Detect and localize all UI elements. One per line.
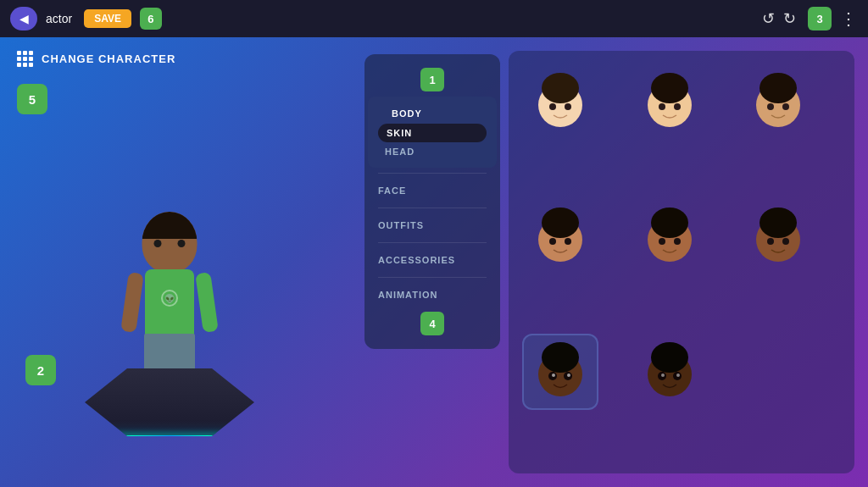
svg-point-34 — [661, 374, 665, 377]
change-character-header: CHANGE CHARACTER — [17, 51, 175, 67]
avatar-item-6[interactable] — [740, 199, 816, 275]
avatar-item-2[interactable] — [632, 64, 708, 141]
svg-point-3 — [565, 103, 571, 110]
avatar-face-6 — [748, 208, 808, 267]
body-menu-item[interactable]: BODY — [378, 103, 487, 124]
topbar-right-controls: ↺ ↻ 3 ⋮ — [762, 7, 858, 30]
svg-point-18 — [659, 238, 665, 245]
save-button[interactable]: SAVE — [84, 9, 131, 28]
avatar-face-1 — [531, 73, 590, 132]
svg-point-31 — [651, 342, 688, 373]
body-section[interactable]: BODY SKIN HEAD — [368, 97, 497, 168]
redo-icon: ↻ — [783, 10, 796, 27]
undo-button[interactable]: ↺ — [762, 9, 775, 28]
menu-divider-4 — [378, 277, 487, 278]
skin-menu-item[interactable]: SKIN — [378, 124, 487, 142]
svg-point-7 — [674, 103, 681, 110]
character-eye-left — [154, 240, 162, 247]
topbar: ◀ actor SAVE 6 ↺ ↻ 3 ⋮ — [0, 0, 868, 37]
character-head — [142, 212, 198, 273]
menu-divider-2 — [378, 208, 487, 208]
menu-divider-1 — [378, 173, 487, 174]
svg-point-11 — [782, 103, 789, 110]
avatar-item-1[interactable] — [522, 64, 598, 141]
character-hair — [142, 212, 198, 239]
avatar-item-4[interactable] — [522, 199, 598, 275]
svg-point-35 — [676, 374, 680, 377]
badge-6: 6 — [140, 8, 162, 30]
character-display-area: 👽 — [42, 123, 297, 462]
svg-point-23 — [782, 238, 789, 245]
svg-point-29 — [567, 374, 570, 377]
svg-point-13 — [542, 208, 579, 238]
avatar-item-5[interactable] — [632, 199, 708, 275]
avatar-face-2 — [640, 73, 699, 132]
svg-point-14 — [549, 238, 556, 245]
svg-point-10 — [767, 103, 774, 110]
badge-4: 4 — [420, 312, 444, 335]
character-body: 👽 — [145, 269, 194, 337]
character-arm-left — [120, 272, 144, 333]
svg-point-28 — [552, 374, 555, 377]
outfits-menu-item[interactable]: OUTFITS — [364, 213, 500, 237]
hex-platform — [85, 368, 254, 462]
character-preview-panel: CHANGE CHARACTER 5 👽 — [0, 37, 364, 487]
undo-icon: ↺ — [762, 10, 775, 27]
badge-1: 1 — [420, 68, 444, 91]
svg-point-17 — [651, 208, 688, 238]
avatar-item-7[interactable] — [522, 334, 598, 410]
avatar-face-8 — [640, 342, 699, 401]
avatar-grid — [509, 51, 854, 473]
badge-2: 2 — [25, 355, 56, 385]
svg-point-25 — [542, 342, 579, 373]
menu-divider-3 — [378, 242, 487, 243]
svg-point-9 — [760, 73, 797, 103]
svg-point-2 — [549, 103, 556, 110]
animation-menu-item[interactable]: ANIMATION — [364, 283, 500, 307]
avatar-face-5 — [640, 208, 699, 267]
change-character-label: CHANGE CHARACTER — [42, 53, 175, 65]
badge-5: 5 — [17, 84, 47, 114]
customization-panel: 1 BODY SKIN HEAD FACE OUTFITS ACCESSORIE… — [364, 37, 868, 487]
back-icon: ◀ — [19, 12, 29, 25]
more-icon: ⋮ — [840, 9, 858, 28]
back-button[interactable]: ◀ — [10, 7, 37, 30]
avatar-face-4 — [531, 208, 590, 267]
badge-3: 3 — [808, 7, 832, 30]
avatar-item-8[interactable] — [632, 334, 708, 410]
avatar-face-3 — [748, 73, 808, 132]
category-menu: 1 BODY SKIN HEAD FACE OUTFITS ACCESSORIE… — [364, 54, 500, 349]
hex-top-surface — [85, 368, 254, 436]
svg-point-22 — [767, 238, 774, 245]
more-options-button[interactable]: ⋮ — [840, 8, 858, 29]
svg-point-1 — [542, 73, 579, 103]
svg-point-15 — [565, 238, 571, 245]
svg-point-21 — [760, 208, 797, 238]
svg-point-6 — [659, 103, 665, 110]
character-eye-right — [177, 240, 185, 247]
avatar-item-3[interactable] — [740, 64, 816, 141]
accessories-menu-item[interactable]: ACCESSORIES — [364, 248, 500, 272]
character-platform — [85, 368, 254, 462]
grid-icon — [17, 51, 33, 67]
main-content: CHANGE CHARACTER 5 👽 — [0, 37, 868, 487]
project-title: actor — [46, 12, 72, 25]
head-menu-item[interactable]: HEAD — [378, 142, 487, 161]
face-menu-item[interactable]: FACE — [364, 179, 500, 202]
redo-button[interactable]: ↻ — [783, 9, 796, 28]
character-arm-right — [195, 272, 219, 333]
svg-point-5 — [651, 73, 688, 103]
avatar-face-7 — [531, 342, 590, 401]
svg-point-19 — [674, 238, 681, 245]
